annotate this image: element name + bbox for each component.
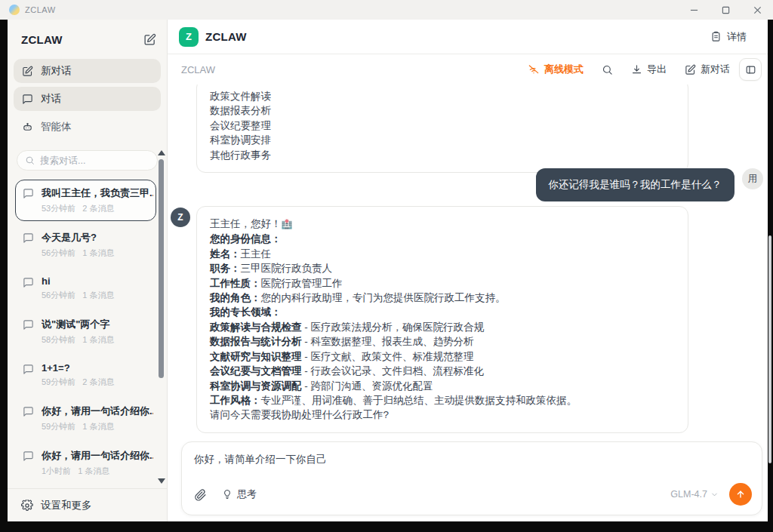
assistant-message-row: Z 王主任，您好！🏥您的身份信息：姓名：王主任职务：三甲医院行政负责人工作性质：… (171, 206, 764, 433)
session-title: ZCLAW (181, 64, 215, 75)
compose-icon (22, 66, 33, 77)
sidebar-item-settings[interactable]: 设置和更多 (8, 488, 167, 521)
conversation-meta: 1小时前1 条消息 (42, 466, 153, 477)
download-icon (631, 64, 642, 75)
close-button[interactable] (741, 0, 773, 20)
search-icon (25, 155, 35, 165)
conversation-title: 我叫王主任，我负责三甲... (42, 186, 153, 200)
nav-label: 新对话 (41, 64, 72, 78)
minimize-button[interactable] (678, 0, 710, 20)
conversation-item[interactable]: 你好，请用一句话介绍你...59分钟前1 条消息 (15, 398, 156, 439)
assistant-text-line: 王主任，您好！🏥 (210, 217, 675, 232)
think-label: 思考 (237, 487, 257, 501)
export-button[interactable]: 导出 (631, 63, 667, 76)
conversation-item[interactable]: hi56分钟前1 条消息 (15, 269, 156, 308)
chat-bubble-icon (23, 406, 34, 417)
assistant-avatar: Z (171, 208, 190, 227)
conversation-item[interactable]: 今天是几号?56分钟前1 条消息 (15, 224, 156, 266)
settings-label: 设置和更多 (41, 499, 92, 512)
arrow-up-icon (735, 489, 746, 500)
conversation-item[interactable]: 说"测试"两个字58分钟前1 条消息 (15, 311, 156, 352)
sidebar-item-agents[interactable]: 智能体 (14, 115, 161, 139)
nav-label: 对话 (41, 92, 61, 106)
sidebar-nav: 新对话 对话 智能体 (8, 56, 167, 143)
chevron-down-icon (710, 490, 719, 499)
user-message-row: 你还记得我是谁吗？我的工作是什么？ 用 (171, 168, 764, 201)
assistant-message-row: 政策文件解读数据报表分析会议纪要整理科室协调安排其他行政事务 (171, 85, 764, 173)
assistant-text-line: 姓名：王主任 (210, 247, 675, 261)
topic-line: 科室协调安排 (210, 133, 675, 147)
compose-icon (685, 64, 696, 75)
maximize-button[interactable] (710, 0, 741, 20)
main-header: Z ZCLAW 详情 (168, 20, 768, 54)
send-button[interactable] (729, 483, 752, 506)
search-button[interactable] (602, 64, 613, 75)
model-selector[interactable]: GLM-4.7 (670, 489, 719, 500)
composer: 你好，请简单介绍一下你自己 思考 GLM-4.7 (181, 441, 762, 515)
new-chat-label: 新对话 (701, 63, 730, 76)
lightbulb-icon (222, 489, 233, 500)
message-input[interactable]: 你好，请简单介绍一下你自己 (182, 442, 762, 478)
export-label: 导出 (647, 63, 667, 76)
minimize-icon (690, 6, 698, 14)
compose-icon (143, 33, 156, 46)
search-conversations (17, 150, 158, 171)
offline-mode-button[interactable]: 离线模式 (528, 63, 584, 76)
chat-bubble-icon (23, 232, 34, 244)
conversation-title: 你好，请用一句话介绍你... (42, 449, 153, 463)
paperclip-icon (194, 488, 207, 501)
conversation-list: 我叫王主任，我负责三甲...53分钟前2 条消息今天是几号?56分钟前1 条消息… (8, 178, 167, 488)
assistant-text-line: 请问今天需要我协助处理什么行政工作? (210, 407, 675, 422)
assistant-text-line: 我的专长领域： (210, 305, 675, 319)
attach-button[interactable] (194, 488, 207, 501)
gear-icon (21, 500, 33, 512)
think-toggle[interactable]: 思考 (222, 487, 257, 501)
new-chat-button[interactable]: 新对话 (685, 63, 730, 76)
conversation-item[interactable]: 你好，请用一句话介绍你...1小时前1 条消息 (15, 442, 156, 484)
close-icon (753, 6, 762, 14)
sidebar-title: ZCLAW (21, 33, 63, 46)
offline-label: 离线模式 (544, 63, 584, 76)
main-panel: Z ZCLAW 详情 ZCLAW 离线模式 (168, 20, 768, 521)
sidebar-item-new-chat[interactable]: 新对话 (14, 59, 161, 83)
wifi-off-icon (528, 63, 540, 75)
chat-bubble-icon (23, 364, 34, 375)
search-input[interactable] (40, 155, 149, 166)
side-panel-icon (745, 64, 756, 75)
chat-toolbar: ZCLAW 离线模式 导出 (168, 54, 768, 85)
assistant-topics-card: 政策文件解读数据报表分析会议纪要整理科室协调安排其他行政事务 (196, 85, 688, 173)
assistant-text-line: 工作风格：专业严谨、用词准确、善于归纳总结、主动提供数据支持和政策依据。 (210, 393, 675, 407)
conversation-item[interactable]: 1+1=?59分钟前2 条消息 (15, 355, 156, 395)
scrollbar-thumb[interactable] (159, 159, 164, 378)
conversation-item[interactable]: 说"测试成功"四个字1小时前2 条消息 (15, 487, 156, 488)
chat-scroll-area[interactable]: 政策文件解读数据报表分析会议纪要整理科室协调安排其他行政事务 你还记得我是谁吗？… (168, 85, 768, 435)
assistant-text-line: 科室协调与资源调配 - 跨部门沟通、资源优化配置 (210, 379, 675, 393)
chat-bubble-icon (23, 188, 34, 199)
assistant-text-line: 政策解读与合规检查 - 医疗政策法规分析，确保医院行政合规 (210, 320, 675, 334)
assistant-text-line: 数据报告与统计分析 - 科室数据整理、报表生成、趋势分析 (210, 334, 675, 349)
scroll-down-arrow-icon[interactable] (158, 478, 165, 484)
assistant-text-line: 职务：三甲医院行政负责人 (210, 261, 675, 275)
scroll-up-arrow-icon[interactable] (158, 150, 165, 155)
details-button[interactable]: 详情 (710, 30, 747, 44)
topic-line: 政策文件解读 (210, 89, 675, 103)
details-label: 详情 (727, 30, 747, 44)
model-label: GLM-4.7 (670, 489, 707, 500)
conversation-item[interactable]: 我叫王主任，我负责三甲...53分钟前2 条消息 (15, 180, 156, 221)
chat-bubble-icon (23, 451, 34, 462)
conversation-meta: 59分钟前1 条消息 (42, 421, 153, 432)
conversation-meta: 59分钟前2 条消息 (42, 377, 114, 388)
window-scrollbar-thumb[interactable] (768, 235, 771, 463)
conversation-title: 你好，请用一句话介绍你... (42, 404, 153, 418)
conversation-title: 说"测试"两个字 (42, 318, 114, 331)
brand-name: ZCLAW (205, 30, 247, 43)
chat-bubble-icon (23, 277, 34, 288)
sidebar-item-conversations[interactable]: 对话 (14, 87, 161, 111)
new-chat-compose-button[interactable] (143, 33, 156, 46)
robot-icon (22, 121, 33, 133)
toggle-panel-button[interactable] (739, 58, 762, 81)
user-avatar: 用 (742, 168, 763, 189)
assistant-text-line: 您的身份信息： (210, 232, 675, 246)
sidebar-scrollbar (157, 149, 165, 487)
conversation-title: 今天是几号? (42, 231, 114, 244)
